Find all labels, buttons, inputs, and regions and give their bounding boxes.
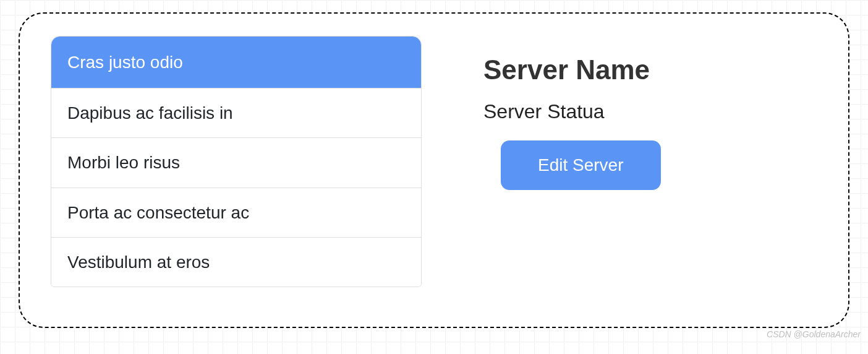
list-item[interactable]: Porta ac consectetur ac: [51, 188, 421, 237]
server-list: Cras justo odio Dapibus ac facilisis in …: [51, 36, 422, 287]
server-detail-column: Server Name Server Statua Edit Server: [483, 36, 661, 190]
list-item[interactable]: Dapibus ac facilisis in: [51, 88, 421, 137]
server-name-heading: Server Name: [483, 54, 661, 85]
watermark-text: CSDN @GoldenaArcher: [767, 329, 861, 339]
edit-server-button[interactable]: Edit Server: [501, 140, 661, 190]
server-list-column: Cras justo odio Dapibus ac facilisis in …: [51, 36, 422, 287]
list-item[interactable]: Cras justo odio: [51, 37, 421, 88]
dashed-panel: Cras justo odio Dapibus ac facilisis in …: [19, 12, 849, 328]
list-item[interactable]: Morbi leo risus: [51, 137, 421, 187]
server-status-label: Server Statua: [483, 100, 661, 123]
list-item[interactable]: Vestibulum at eros: [51, 237, 421, 287]
